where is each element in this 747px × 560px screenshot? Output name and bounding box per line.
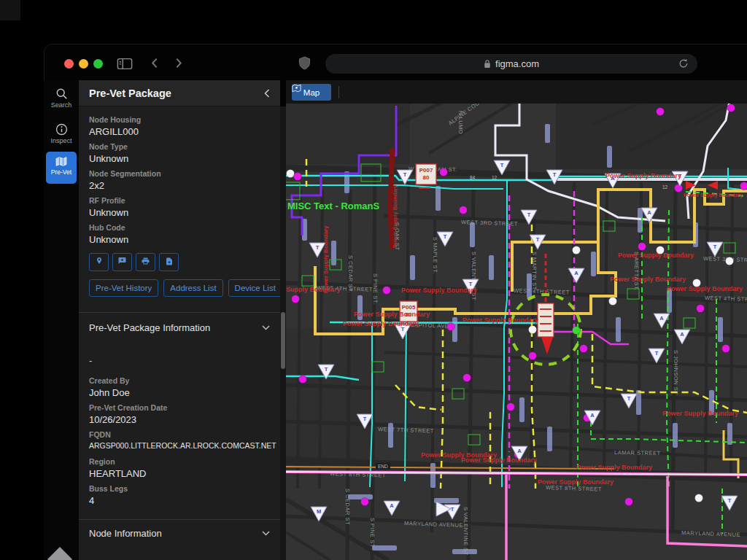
map-dot-marker[interactable] [460, 206, 468, 214]
triangle-letter: T [627, 395, 631, 402]
node-label-box[interactable]: P00780 [416, 164, 436, 188]
collapse-panel-icon[interactable] [264, 89, 270, 98]
address-list-button[interactable]: Address List [163, 279, 222, 297]
traffic-light-minimize[interactable] [79, 59, 88, 69]
shield-icon[interactable] [298, 56, 311, 73]
forward-button[interactable] [173, 58, 184, 71]
map-dot-marker[interactable] [638, 243, 646, 251]
location-pin-button[interactable] [89, 253, 109, 271]
rail-item-inspect[interactable]: Inspect [44, 116, 79, 144]
triangle-letter: T [444, 233, 447, 240]
segment-bar[interactable] [607, 146, 612, 168]
segment-bar[interactable] [673, 423, 678, 448]
map-dot-marker[interactable] [695, 494, 703, 502]
traffic-light-close[interactable] [64, 59, 74, 69]
segment-bar[interactable] [410, 255, 415, 280]
segment-bar[interactable] [547, 427, 552, 451]
map-dot-marker[interactable] [383, 287, 391, 295]
map-dot-marker[interactable] [722, 345, 730, 353]
reload-icon[interactable] [678, 58, 689, 71]
chevron-down-icon [262, 325, 270, 330]
power-supply-boundary-label: Power Supply Boundary [343, 320, 419, 327]
triangle-letter: T [728, 497, 732, 504]
segment-bar[interactable] [388, 423, 393, 448]
print-button[interactable] [136, 253, 155, 271]
segment-bar[interactable] [489, 255, 494, 280]
map-dot-marker[interactable] [573, 246, 581, 254]
note-add-button[interactable] [159, 253, 179, 271]
segment-bar[interactable] [470, 222, 475, 247]
segment-bar[interactable] [591, 252, 596, 276]
selected-node-marker[interactable] [538, 303, 554, 337]
segment-bar[interactable] [331, 241, 336, 265]
segment-bar[interactable] [430, 463, 436, 488]
map-dot-marker[interactable] [292, 295, 300, 303]
map-dot-marker[interactable] [727, 104, 735, 112]
add-comment-button[interactable] [112, 253, 132, 271]
power-supply-boundary-label: Power Supply Boundary [461, 456, 537, 464]
map-dot-marker[interactable] [726, 257, 734, 265]
map-dot-marker[interactable] [507, 403, 515, 411]
map-dot-marker[interactable] [529, 326, 537, 334]
map-dot-marker[interactable] [440, 168, 448, 176]
map-dot-marker[interactable] [657, 108, 665, 116]
segment-bar[interactable] [372, 545, 397, 551]
section-package-information[interactable]: Pre-Vet Package Information [89, 313, 270, 333]
map-dot-marker[interactable] [299, 376, 307, 384]
map-dot-marker[interactable] [580, 345, 588, 353]
power-supply-boundary-label: Power Supply Boundary [392, 184, 398, 248]
back-button[interactable] [150, 58, 160, 71]
map-pin-icon [292, 84, 301, 93]
triangle-letter: A [517, 448, 522, 454]
triangle-letter: T [403, 171, 407, 178]
field: Created ByJohn Doe [89, 376, 270, 399]
chevron-down-icon [262, 531, 270, 536]
map-dot-marker[interactable] [740, 182, 747, 190]
triangle-letter: T [713, 244, 717, 250]
url-bar[interactable]: figma.com [325, 54, 697, 74]
segment-bar[interactable] [527, 273, 532, 298]
map-dot-marker[interactable] [294, 173, 302, 181]
street-label: S VALENTINE ST [462, 507, 469, 556]
segment-bar[interactable] [545, 124, 550, 143]
rail-item-prevet[interactable]: Pre-Vet [46, 152, 77, 184]
sidebar-toggle-icon[interactable] [117, 58, 133, 73]
traffic-light-zoom[interactable] [93, 59, 103, 69]
map-dot-marker[interactable] [675, 184, 683, 192]
tiny-label: 84 [470, 175, 476, 180]
segment-bar[interactable] [718, 317, 723, 342]
section-node-information[interactable]: Node Information [89, 520, 270, 539]
field-label: Created By [89, 376, 270, 385]
map-dot-marker[interactable] [287, 170, 295, 178]
power-supply-boundary-label: Power Supply Boundary [618, 252, 694, 259]
map-dot-marker[interactable] [697, 305, 705, 313]
device-list-button[interactable]: Device List [228, 279, 280, 297]
rail-item-search[interactable]: Search [44, 80, 79, 109]
map-dot-marker[interactable] [609, 298, 617, 306]
map-dot-marker[interactable] [529, 352, 537, 360]
pre-vet-history-button[interactable]: Pre-Vet History [89, 279, 158, 297]
segment-bar[interactable] [616, 317, 621, 342]
triangle-letter: T [655, 350, 659, 357]
map-icon [55, 156, 67, 167]
segment-bar[interactable] [348, 494, 373, 499]
map-dot-marker[interactable] [361, 498, 369, 506]
segment-bar[interactable] [452, 549, 477, 554]
triangle-letter: A [647, 209, 651, 216]
street-label: S JOHNSON ST [673, 350, 679, 394]
panel-scrollbar[interactable] [280, 106, 286, 560]
street-label: LAMAR STREET [614, 449, 661, 456]
segment-bar[interactable] [436, 186, 441, 211]
map-button[interactable]: Map [292, 84, 331, 101]
field-value: John Doe [89, 387, 270, 399]
map-dot-marker[interactable] [463, 374, 471, 382]
map-dot-marker[interactable] [447, 323, 455, 331]
left-rail: Search Inspect Pre-Vet [44, 80, 79, 560]
map-canvas[interactable]: W MARKHAM ST.ALPINE COURTN LUMOWEST 3RD … [286, 80, 747, 560]
street-label: N LUMO [457, 111, 464, 134]
panel-header: Pre-Vet Package [79, 80, 280, 106]
scrollbar-thumb[interactable] [281, 312, 285, 369]
map-dot-marker[interactable] [573, 327, 581, 335]
map-dot-marker[interactable] [625, 498, 633, 506]
segment-bar[interactable] [519, 397, 525, 422]
